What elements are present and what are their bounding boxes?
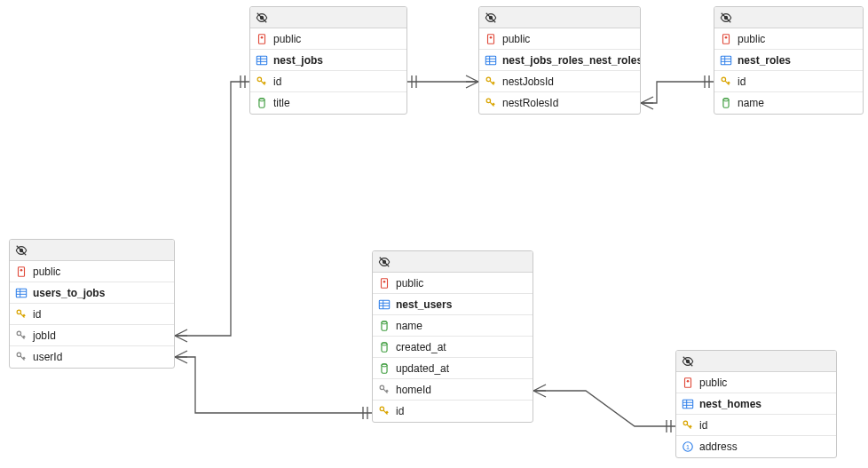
column-row[interactable]: name	[373, 315, 533, 337]
entity-header[interactable]	[714, 7, 863, 28]
pk-icon	[485, 97, 497, 109]
schema-name: public	[396, 277, 423, 290]
pk-icon	[682, 419, 694, 432]
table-name: nest_roles	[738, 54, 791, 67]
entity-nest_jobs_roles_nest_roles[interactable]: publicnest_jobs_roles_nest_rolesnestJobs…	[478, 6, 641, 115]
table-name: users_to_jobs	[33, 287, 105, 299]
table-icon	[720, 54, 732, 67]
visibility-off-icon	[720, 12, 732, 24]
column-name: id	[396, 405, 404, 417]
schema-row[interactable]: public	[10, 261, 174, 282]
column-row[interactable]: userId	[10, 346, 174, 368]
column-name: name	[396, 320, 422, 332]
column-row[interactable]: name	[714, 92, 863, 114]
visibility-off-icon	[485, 12, 497, 24]
column-name: id	[699, 419, 707, 432]
column-row[interactable]: id	[676, 415, 836, 436]
entity-nest_jobs[interactable]: publicnest_jobsidtitle	[249, 6, 407, 115]
table-icon	[485, 54, 497, 67]
schema-row[interactable]: public	[373, 273, 533, 294]
entity-users_to_jobs[interactable]: publicusers_to_jobsidjobIduserId	[9, 239, 175, 369]
col-icon	[378, 362, 391, 375]
column-row[interactable]: jobId	[10, 325, 174, 346]
table-name-row[interactable]: nest_users	[373, 294, 533, 315]
schema-name: public	[502, 33, 530, 45]
entity-header[interactable]	[676, 351, 836, 372]
table-icon	[378, 298, 391, 311]
fk-icon	[15, 351, 28, 363]
schema-icon	[720, 33, 732, 45]
column-row[interactable]: updated_at	[373, 358, 533, 379]
column-row[interactable]: nestJobsId	[479, 71, 640, 92]
column-name: id	[273, 75, 281, 88]
table-name: nest_users	[396, 298, 452, 311]
schema-row[interactable]: public	[714, 28, 863, 50]
column-row[interactable]: id	[10, 304, 174, 325]
column-name: nestJobsId	[502, 75, 554, 88]
column-name: nestRolesId	[502, 97, 558, 109]
column-name: title	[273, 97, 290, 109]
entity-header[interactable]	[373, 251, 533, 273]
table-name: nest_homes	[699, 398, 761, 410]
col-icon	[378, 341, 391, 353]
visibility-off-icon	[256, 12, 268, 24]
column-name: updated_at	[396, 362, 449, 375]
visibility-off-icon	[682, 355, 694, 368]
column-name: created_at	[396, 341, 446, 353]
column-row[interactable]: id	[250, 71, 406, 92]
column-name: name	[738, 97, 764, 109]
num-icon	[682, 440, 694, 453]
column-row[interactable]: id	[714, 71, 863, 92]
table-name: nest_jobs_roles_nest_roles	[502, 54, 641, 67]
schema-icon	[485, 33, 497, 45]
visibility-off-icon	[15, 244, 28, 257]
table-name-row[interactable]: nest_jobs_roles_nest_roles	[479, 50, 640, 71]
col-icon	[256, 97, 268, 109]
column-name: jobId	[33, 329, 56, 342]
column-row[interactable]: title	[250, 92, 406, 114]
schema-name: public	[699, 377, 727, 389]
table-name-row[interactable]: users_to_jobs	[10, 282, 174, 304]
pk-icon	[15, 308, 28, 321]
table-icon	[15, 287, 28, 299]
visibility-off-icon	[378, 256, 391, 268]
schema-row[interactable]: public	[250, 28, 406, 50]
column-name: id	[33, 308, 41, 321]
table-name-row[interactable]: nest_homes	[676, 393, 836, 415]
table-name: nest_jobs	[273, 54, 323, 67]
entity-nest_homes[interactable]: publicnest_homesidaddress	[675, 350, 837, 458]
column-name: userId	[33, 351, 62, 363]
column-name: address	[699, 440, 738, 453]
schema-icon	[378, 277, 391, 290]
table-icon	[682, 398, 694, 410]
entity-nest_roles[interactable]: publicnest_rolesidname	[714, 6, 864, 115]
pk-icon	[378, 405, 391, 417]
column-row[interactable]: created_at	[373, 337, 533, 358]
column-row[interactable]: nestRolesId	[479, 92, 640, 114]
schema-icon	[256, 33, 268, 45]
schema-icon	[682, 377, 694, 389]
pk-icon	[720, 75, 732, 88]
col-icon	[378, 320, 391, 332]
schema-icon	[15, 266, 28, 278]
column-name: id	[738, 75, 746, 88]
schema-name: public	[738, 33, 765, 45]
pk-icon	[256, 75, 268, 88]
entity-header[interactable]	[479, 7, 640, 28]
pk-icon	[485, 75, 497, 88]
table-icon	[256, 54, 268, 67]
column-row[interactable]: address	[676, 436, 836, 457]
column-row[interactable]: id	[373, 401, 533, 422]
col-icon	[720, 97, 732, 109]
entity-nest_users[interactable]: publicnest_usersnamecreated_atupdated_at…	[372, 250, 533, 423]
schema-name: public	[273, 33, 301, 45]
entity-header[interactable]	[10, 240, 174, 261]
column-row[interactable]: homeId	[373, 379, 533, 401]
column-name: homeId	[396, 384, 431, 396]
schema-row[interactable]: public	[479, 28, 640, 50]
table-name-row[interactable]: nest_jobs	[250, 50, 406, 71]
table-name-row[interactable]: nest_roles	[714, 50, 863, 71]
schema-name: public	[33, 266, 60, 278]
entity-header[interactable]	[250, 7, 406, 28]
schema-row[interactable]: public	[676, 372, 836, 393]
